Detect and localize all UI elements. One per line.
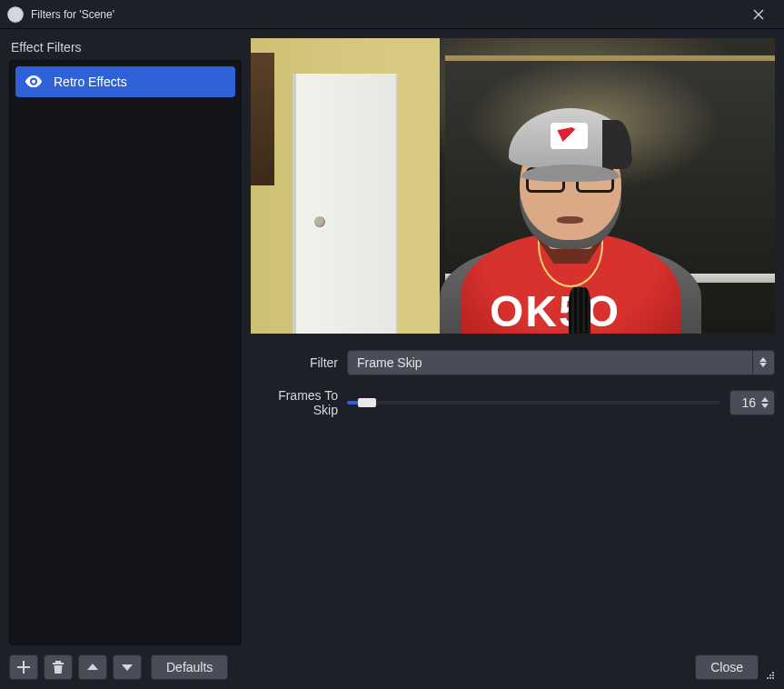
frames-to-skip-label: Frames To Skip: [251, 388, 338, 417]
filter-list[interactable]: Retro Effects: [9, 60, 242, 645]
remove-filter-button[interactable]: [44, 654, 73, 680]
add-filter-button[interactable]: [9, 654, 38, 680]
plus-icon: [16, 660, 31, 674]
chevron-down-icon: [120, 660, 134, 674]
effect-filters-sidebar: Effect Filters Retro Effects: [9, 38, 242, 645]
filter-type-dropdown[interactable]: Frame Skip: [347, 350, 775, 375]
defaults-button[interactable]: Defaults: [151, 654, 228, 680]
svg-point-1: [32, 80, 35, 84]
dropdown-chevrons-icon: [752, 351, 769, 374]
frames-to-skip-spinbox[interactable]: [729, 390, 775, 415]
move-filter-up-button[interactable]: [78, 654, 107, 680]
chevron-up-icon: [85, 660, 100, 674]
preview-shirt-text: OK5O: [490, 286, 620, 333]
close-button[interactable]: Close: [695, 654, 759, 680]
svg-point-2: [772, 677, 774, 679]
trash-icon: [51, 660, 65, 674]
footer: Defaults Close: [0, 645, 784, 689]
slider-thumb[interactable]: [358, 398, 376, 407]
filter-properties-panel: OK5O Filter Frame Skip: [251, 38, 775, 645]
filter-item-retro-effects[interactable]: Retro Effects: [15, 66, 235, 97]
frames-to-skip-input[interactable]: [730, 395, 758, 410]
svg-point-6: [769, 674, 771, 676]
window-title: Filters for 'Scene': [31, 8, 740, 21]
svg-point-4: [772, 674, 774, 676]
move-filter-down-button[interactable]: [113, 654, 142, 680]
obs-logo-icon: [7, 6, 24, 23]
filter-property-label: Filter: [251, 355, 338, 370]
filter-type-value: Frame Skip: [357, 355, 752, 370]
preview-area: OK5O: [251, 38, 775, 334]
close-icon: [753, 9, 764, 20]
filter-item-label: Retro Effects: [54, 75, 127, 89]
titlebar: Filters for 'Scene': [0, 0, 784, 29]
effect-filters-header: Effect Filters: [9, 38, 242, 60]
frames-to-skip-slider[interactable]: [347, 401, 720, 404]
window-close-button[interactable]: [740, 0, 777, 29]
svg-point-3: [769, 677, 771, 679]
spin-down-icon[interactable]: [761, 404, 769, 408]
visibility-eye-icon[interactable]: [25, 75, 43, 88]
resize-grip-icon[interactable]: [764, 669, 775, 680]
spin-up-icon[interactable]: [761, 397, 769, 402]
svg-point-7: [772, 672, 774, 674]
svg-point-5: [767, 677, 769, 679]
